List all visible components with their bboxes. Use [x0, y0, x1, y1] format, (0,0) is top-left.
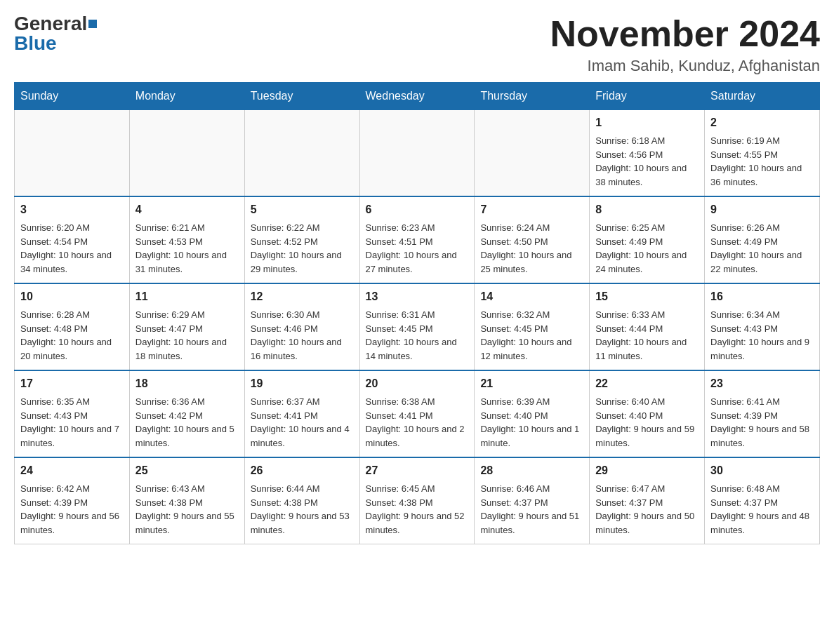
day-number: 12 [251, 288, 354, 305]
weekday-header-thursday: Thursday [475, 83, 590, 110]
calendar-cell: 30Sunrise: 6:48 AMSunset: 4:37 PMDayligh… [705, 457, 820, 544]
calendar-cell: 19Sunrise: 6:37 AMSunset: 4:41 PMDayligh… [244, 370, 359, 457]
day-info: Sunrise: 6:20 AMSunset: 4:54 PMDaylight:… [20, 221, 124, 276]
day-info: Sunrise: 6:42 AMSunset: 4:39 PMDaylight:… [20, 482, 124, 537]
day-info: Sunrise: 6:32 AMSunset: 4:45 PMDaylight:… [480, 308, 583, 363]
day-number: 4 [135, 201, 239, 218]
day-number: 10 [20, 288, 124, 305]
weekday-header-saturday: Saturday [705, 83, 820, 110]
day-number: 30 [710, 462, 814, 479]
calendar-cell: 29Sunrise: 6:47 AMSunset: 4:37 PMDayligh… [590, 457, 705, 544]
week-row-3: 10Sunrise: 6:28 AMSunset: 4:48 PMDayligh… [15, 283, 820, 370]
calendar-cell: 20Sunrise: 6:38 AMSunset: 4:41 PMDayligh… [359, 370, 475, 457]
month-year-title: November 2024 [550, 14, 820, 54]
day-number: 9 [710, 201, 814, 218]
day-info: Sunrise: 6:19 AMSunset: 4:55 PMDaylight:… [710, 134, 814, 189]
calendar-cell: 17Sunrise: 6:35 AMSunset: 4:43 PMDayligh… [15, 370, 130, 457]
day-number: 1 [595, 114, 699, 131]
calendar-cell: 4Sunrise: 6:21 AMSunset: 4:53 PMDaylight… [129, 196, 244, 283]
calendar-cell: 6Sunrise: 6:23 AMSunset: 4:51 PMDaylight… [359, 196, 475, 283]
day-number: 28 [480, 462, 583, 479]
weekday-header-row: SundayMondayTuesdayWednesdayThursdayFrid… [15, 83, 820, 110]
calendar-cell: 10Sunrise: 6:28 AMSunset: 4:48 PMDayligh… [15, 283, 130, 370]
day-number: 27 [366, 462, 469, 479]
calendar-cell: 23Sunrise: 6:41 AMSunset: 4:39 PMDayligh… [705, 370, 820, 457]
calendar-cell: 16Sunrise: 6:34 AMSunset: 4:43 PMDayligh… [705, 283, 820, 370]
day-number: 11 [135, 288, 239, 305]
day-info: Sunrise: 6:36 AMSunset: 4:42 PMDaylight:… [135, 395, 239, 450]
calendar-cell: 13Sunrise: 6:31 AMSunset: 4:45 PMDayligh… [359, 283, 475, 370]
calendar-cell: 8Sunrise: 6:25 AMSunset: 4:49 PMDaylight… [590, 196, 705, 283]
logo: General Blue [14, 14, 97, 53]
calendar-cell: 25Sunrise: 6:43 AMSunset: 4:38 PMDayligh… [129, 457, 244, 544]
day-info: Sunrise: 6:29 AMSunset: 4:47 PMDaylight:… [135, 308, 239, 363]
day-info: Sunrise: 6:37 AMSunset: 4:41 PMDaylight:… [251, 395, 354, 450]
day-number: 21 [480, 375, 583, 392]
day-info: Sunrise: 6:24 AMSunset: 4:50 PMDaylight:… [480, 221, 583, 276]
calendar-cell: 9Sunrise: 6:26 AMSunset: 4:49 PMDaylight… [705, 196, 820, 283]
day-number: 26 [251, 462, 354, 479]
day-info: Sunrise: 6:40 AMSunset: 4:40 PMDaylight:… [595, 395, 699, 450]
day-info: Sunrise: 6:33 AMSunset: 4:44 PMDaylight:… [595, 308, 699, 363]
day-number: 3 [20, 201, 124, 218]
calendar-cell [15, 110, 130, 197]
calendar-cell: 27Sunrise: 6:45 AMSunset: 4:38 PMDayligh… [359, 457, 475, 544]
calendar-cell: 1Sunrise: 6:18 AMSunset: 4:56 PMDaylight… [590, 110, 705, 197]
day-number: 14 [480, 288, 583, 305]
day-number: 7 [480, 201, 583, 218]
day-info: Sunrise: 6:35 AMSunset: 4:43 PMDaylight:… [20, 395, 124, 450]
day-info: Sunrise: 6:28 AMSunset: 4:48 PMDaylight:… [20, 308, 124, 363]
weekday-header-friday: Friday [590, 83, 705, 110]
day-number: 2 [710, 114, 814, 131]
calendar-cell: 3Sunrise: 6:20 AMSunset: 4:54 PMDaylight… [15, 196, 130, 283]
day-number: 17 [20, 375, 124, 392]
calendar-cell: 12Sunrise: 6:30 AMSunset: 4:46 PMDayligh… [244, 283, 359, 370]
day-number: 22 [595, 375, 699, 392]
day-number: 23 [710, 375, 814, 392]
calendar-cell: 18Sunrise: 6:36 AMSunset: 4:42 PMDayligh… [129, 370, 244, 457]
calendar-cell: 15Sunrise: 6:33 AMSunset: 4:44 PMDayligh… [590, 283, 705, 370]
day-info: Sunrise: 6:25 AMSunset: 4:49 PMDaylight:… [595, 221, 699, 276]
title-area: November 2024 Imam Sahib, Kunduz, Afghan… [550, 14, 820, 75]
calendar-cell: 28Sunrise: 6:46 AMSunset: 4:37 PMDayligh… [475, 457, 590, 544]
calendar-cell: 21Sunrise: 6:39 AMSunset: 4:40 PMDayligh… [475, 370, 590, 457]
week-row-4: 17Sunrise: 6:35 AMSunset: 4:43 PMDayligh… [15, 370, 820, 457]
location-subtitle: Imam Sahib, Kunduz, Afghanistan [550, 57, 820, 75]
day-info: Sunrise: 6:39 AMSunset: 4:40 PMDaylight:… [480, 395, 583, 450]
logo-blue-text: Blue [14, 32, 57, 54]
day-info: Sunrise: 6:30 AMSunset: 4:46 PMDaylight:… [251, 308, 354, 363]
calendar-cell [359, 110, 475, 197]
logo-general-text: General [14, 14, 87, 34]
calendar-cell: 26Sunrise: 6:44 AMSunset: 4:38 PMDayligh… [244, 457, 359, 544]
day-number: 5 [251, 201, 354, 218]
day-info: Sunrise: 6:26 AMSunset: 4:49 PMDaylight:… [710, 221, 814, 276]
day-info: Sunrise: 6:38 AMSunset: 4:41 PMDaylight:… [366, 395, 469, 450]
day-info: Sunrise: 6:31 AMSunset: 4:45 PMDaylight:… [366, 308, 469, 363]
day-info: Sunrise: 6:45 AMSunset: 4:38 PMDaylight:… [366, 482, 469, 537]
day-info: Sunrise: 6:43 AMSunset: 4:38 PMDaylight:… [135, 482, 239, 537]
day-number: 29 [595, 462, 699, 479]
day-info: Sunrise: 6:44 AMSunset: 4:38 PMDaylight:… [251, 482, 354, 537]
day-number: 18 [135, 375, 239, 392]
calendar-cell: 14Sunrise: 6:32 AMSunset: 4:45 PMDayligh… [475, 283, 590, 370]
week-row-5: 24Sunrise: 6:42 AMSunset: 4:39 PMDayligh… [15, 457, 820, 544]
calendar-cell: 24Sunrise: 6:42 AMSunset: 4:39 PMDayligh… [15, 457, 130, 544]
day-number: 25 [135, 462, 239, 479]
calendar-table: SundayMondayTuesdayWednesdayThursdayFrid… [14, 82, 820, 544]
weekday-header-monday: Monday [129, 83, 244, 110]
calendar-cell: 11Sunrise: 6:29 AMSunset: 4:47 PMDayligh… [129, 283, 244, 370]
week-row-2: 3Sunrise: 6:20 AMSunset: 4:54 PMDaylight… [15, 196, 820, 283]
day-info: Sunrise: 6:18 AMSunset: 4:56 PMDaylight:… [595, 134, 699, 189]
weekday-header-sunday: Sunday [15, 83, 130, 110]
calendar-cell: 2Sunrise: 6:19 AMSunset: 4:55 PMDaylight… [705, 110, 820, 197]
weekday-header-tuesday: Tuesday [244, 83, 359, 110]
calendar-cell [244, 110, 359, 197]
calendar-cell: 7Sunrise: 6:24 AMSunset: 4:50 PMDaylight… [475, 196, 590, 283]
week-row-1: 1Sunrise: 6:18 AMSunset: 4:56 PMDaylight… [15, 110, 820, 197]
day-info: Sunrise: 6:48 AMSunset: 4:37 PMDaylight:… [710, 482, 814, 537]
calendar-cell: 5Sunrise: 6:22 AMSunset: 4:52 PMDaylight… [244, 196, 359, 283]
day-number: 19 [251, 375, 354, 392]
logo-triangle-icon [88, 20, 97, 28]
day-info: Sunrise: 6:34 AMSunset: 4:43 PMDaylight:… [710, 308, 814, 363]
day-number: 15 [595, 288, 699, 305]
